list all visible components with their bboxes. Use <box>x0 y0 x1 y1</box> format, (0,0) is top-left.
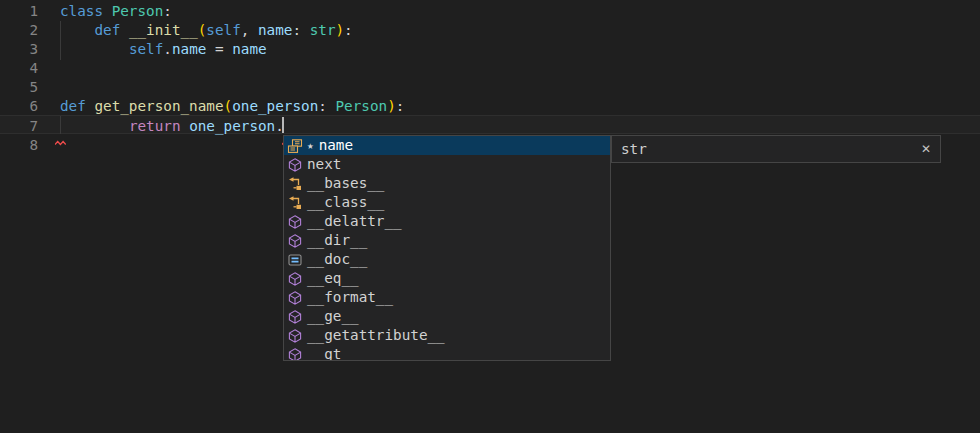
suggestion-item[interactable]: __ge__ <box>284 307 610 326</box>
code-line: class Person: <box>60 2 404 21</box>
method-icon <box>287 271 303 287</box>
suggestion-item[interactable]: __eq__ <box>284 269 610 288</box>
code-line <box>60 59 404 78</box>
error-squiggle <box>55 131 66 137</box>
line-number: 7 <box>0 117 38 136</box>
method-icon <box>287 214 303 230</box>
suggestion-item[interactable]: ★name <box>284 136 610 155</box>
gutter: 12345678 <box>0 2 38 155</box>
text-cursor <box>282 117 284 133</box>
preferred-star-icon: ★ <box>307 140 314 151</box>
suggestion-label: __class__ <box>307 193 384 212</box>
suggestion-item[interactable]: __class__ <box>284 193 610 212</box>
code-line: def __init__(self, name: str): <box>60 21 404 40</box>
suggestion-item[interactable]: __delattr__ <box>284 212 610 231</box>
suggestion-item[interactable]: __doc__ <box>284 250 610 269</box>
suggestion-item[interactable]: __dir__ <box>284 231 610 250</box>
line-number: 2 <box>0 21 38 40</box>
suggestion-item[interactable]: next <box>284 155 610 174</box>
suggest-docs-header: str ✕ <box>611 135 941 163</box>
reference-icon <box>287 176 303 192</box>
suggestion-label: next <box>307 155 341 174</box>
code-area[interactable]: class Person: def __init__(self, name: s… <box>60 2 404 155</box>
suggestion-label: name <box>319 136 353 155</box>
suggestion-item[interactable]: __format__ <box>284 288 610 307</box>
line-number: 6 <box>0 97 38 116</box>
code-editor[interactable]: 12345678 class Person: def __init__(self… <box>0 0 980 433</box>
line-number: 5 <box>0 78 38 97</box>
reference-icon <box>287 195 303 211</box>
suggestion-label: __format__ <box>307 288 393 307</box>
suggestion-label: __getattribute__ <box>307 326 445 345</box>
code-line: return one_person. <box>60 117 404 136</box>
suggestion-label: __ge__ <box>307 307 359 326</box>
suggestion-label: __eq__ <box>307 269 359 288</box>
line-number: 4 <box>0 59 38 78</box>
code-line: def get_person_name(one_person: Person): <box>60 97 404 116</box>
code-line: self.name = name <box>60 40 404 59</box>
method-icon <box>287 328 303 344</box>
text-icon <box>287 252 303 268</box>
line-number: 1 <box>0 2 38 21</box>
close-icon[interactable]: ✕ <box>921 142 931 156</box>
method-icon <box>287 290 303 306</box>
code-line <box>60 78 404 97</box>
field-icon <box>287 138 303 154</box>
suggestion-item[interactable]: __gt__ <box>284 345 610 361</box>
method-icon <box>287 347 303 362</box>
suggestion-label: __dir__ <box>307 231 367 250</box>
suggestion-label: __doc__ <box>307 250 367 269</box>
line-number: 3 <box>0 40 38 59</box>
docs-title: str <box>621 141 647 157</box>
autocomplete-dropdown[interactable]: ★namenext__bases____class____delattr____… <box>283 135 611 361</box>
suggestion-label: __delattr__ <box>307 212 402 231</box>
suggestion-label: __gt__ <box>307 345 359 361</box>
method-icon <box>287 309 303 325</box>
line-number: 8 <box>0 136 38 155</box>
indent-guide <box>60 21 61 60</box>
method-icon <box>287 157 303 173</box>
suggestion-item[interactable]: __getattribute__ <box>284 326 610 345</box>
suggestion-label: __bases__ <box>307 174 384 193</box>
method-icon <box>287 233 303 249</box>
suggestion-item[interactable]: __bases__ <box>284 174 610 193</box>
